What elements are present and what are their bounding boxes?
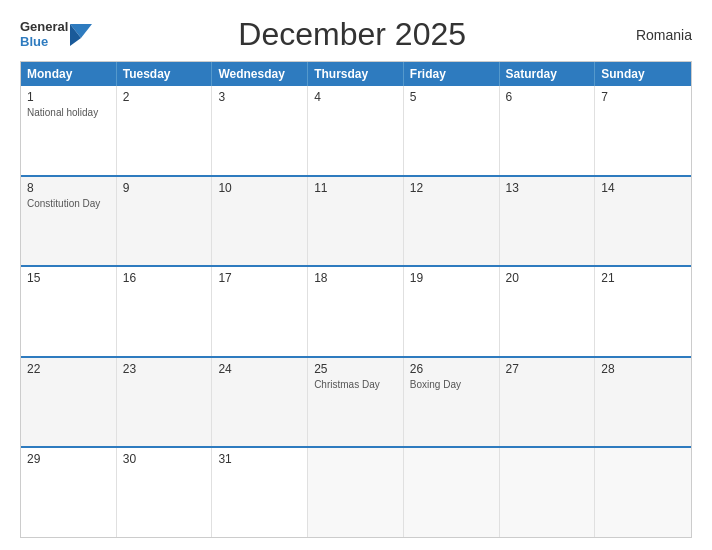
week-1: 1National holiday234567 xyxy=(21,86,691,175)
day-cell: 21 xyxy=(595,267,691,356)
day-cell: 10 xyxy=(212,177,308,266)
day-number: 6 xyxy=(506,90,589,104)
day-number: 5 xyxy=(410,90,493,104)
logo-general: General xyxy=(20,20,68,34)
day-cell: 16 xyxy=(117,267,213,356)
logo-icon xyxy=(70,24,92,46)
day-cell xyxy=(404,448,500,537)
day-header-monday: Monday xyxy=(21,62,117,86)
day-number: 26 xyxy=(410,362,493,376)
day-cell: 25Christmas Day xyxy=(308,358,404,447)
day-cell: 22 xyxy=(21,358,117,447)
logo: General Blue xyxy=(20,20,92,49)
day-cell xyxy=(500,448,596,537)
day-cell: 11 xyxy=(308,177,404,266)
day-number: 19 xyxy=(410,271,493,285)
week-3: 15161718192021 xyxy=(21,265,691,356)
day-number: 15 xyxy=(27,271,110,285)
day-cell: 29 xyxy=(21,448,117,537)
day-cell: 27 xyxy=(500,358,596,447)
day-event: Constitution Day xyxy=(27,197,110,210)
day-header-friday: Friday xyxy=(404,62,500,86)
calendar: MondayTuesdayWednesdayThursdayFridaySatu… xyxy=(20,61,692,538)
day-cell: 5 xyxy=(404,86,500,175)
day-number: 12 xyxy=(410,181,493,195)
day-cell: 4 xyxy=(308,86,404,175)
day-cell: 2 xyxy=(117,86,213,175)
day-number: 1 xyxy=(27,90,110,104)
day-number: 10 xyxy=(218,181,301,195)
day-cell: 1National holiday xyxy=(21,86,117,175)
day-cell: 7 xyxy=(595,86,691,175)
day-cell: 17 xyxy=(212,267,308,356)
day-number: 24 xyxy=(218,362,301,376)
day-header-saturday: Saturday xyxy=(500,62,596,86)
day-number: 14 xyxy=(601,181,685,195)
day-number: 20 xyxy=(506,271,589,285)
day-cell: 20 xyxy=(500,267,596,356)
day-cell: 30 xyxy=(117,448,213,537)
logo-blue: Blue xyxy=(20,35,68,49)
page-title: December 2025 xyxy=(92,16,612,53)
day-cell: 13 xyxy=(500,177,596,266)
day-cell: 6 xyxy=(500,86,596,175)
day-number: 13 xyxy=(506,181,589,195)
page: General Blue December 2025 Romania Monda… xyxy=(0,0,712,550)
day-cell: 9 xyxy=(117,177,213,266)
day-header-wednesday: Wednesday xyxy=(212,62,308,86)
day-cell: 3 xyxy=(212,86,308,175)
day-cell: 24 xyxy=(212,358,308,447)
day-cell: 18 xyxy=(308,267,404,356)
day-cell: 28 xyxy=(595,358,691,447)
week-5: 293031 xyxy=(21,446,691,537)
day-number: 4 xyxy=(314,90,397,104)
day-number: 21 xyxy=(601,271,685,285)
day-event: Christmas Day xyxy=(314,378,397,391)
day-number: 25 xyxy=(314,362,397,376)
day-number: 3 xyxy=(218,90,301,104)
day-cell: 23 xyxy=(117,358,213,447)
day-header-tuesday: Tuesday xyxy=(117,62,213,86)
day-cell: 12 xyxy=(404,177,500,266)
day-number: 31 xyxy=(218,452,301,466)
day-number: 7 xyxy=(601,90,685,104)
weeks: 1National holiday2345678Constitution Day… xyxy=(21,86,691,537)
day-cell: 15 xyxy=(21,267,117,356)
day-cell: 8Constitution Day xyxy=(21,177,117,266)
day-header-thursday: Thursday xyxy=(308,62,404,86)
day-number: 9 xyxy=(123,181,206,195)
day-cell: 31 xyxy=(212,448,308,537)
day-number: 23 xyxy=(123,362,206,376)
day-cell: 26Boxing Day xyxy=(404,358,500,447)
week-4: 22232425Christmas Day26Boxing Day2728 xyxy=(21,356,691,447)
day-cell xyxy=(308,448,404,537)
day-cell: 14 xyxy=(595,177,691,266)
country-label: Romania xyxy=(612,27,692,43)
day-header-sunday: Sunday xyxy=(595,62,691,86)
day-headers: MondayTuesdayWednesdayThursdayFridaySatu… xyxy=(21,62,691,86)
day-event: National holiday xyxy=(27,106,110,119)
day-number: 29 xyxy=(27,452,110,466)
day-number: 8 xyxy=(27,181,110,195)
day-number: 27 xyxy=(506,362,589,376)
day-number: 17 xyxy=(218,271,301,285)
day-number: 22 xyxy=(27,362,110,376)
day-number: 16 xyxy=(123,271,206,285)
day-number: 18 xyxy=(314,271,397,285)
logo-text: General Blue xyxy=(20,20,68,49)
day-number: 2 xyxy=(123,90,206,104)
day-number: 30 xyxy=(123,452,206,466)
header: General Blue December 2025 Romania xyxy=(20,16,692,53)
day-cell: 19 xyxy=(404,267,500,356)
day-number: 11 xyxy=(314,181,397,195)
day-event: Boxing Day xyxy=(410,378,493,391)
day-number: 28 xyxy=(601,362,685,376)
week-2: 8Constitution Day91011121314 xyxy=(21,175,691,266)
day-cell xyxy=(595,448,691,537)
